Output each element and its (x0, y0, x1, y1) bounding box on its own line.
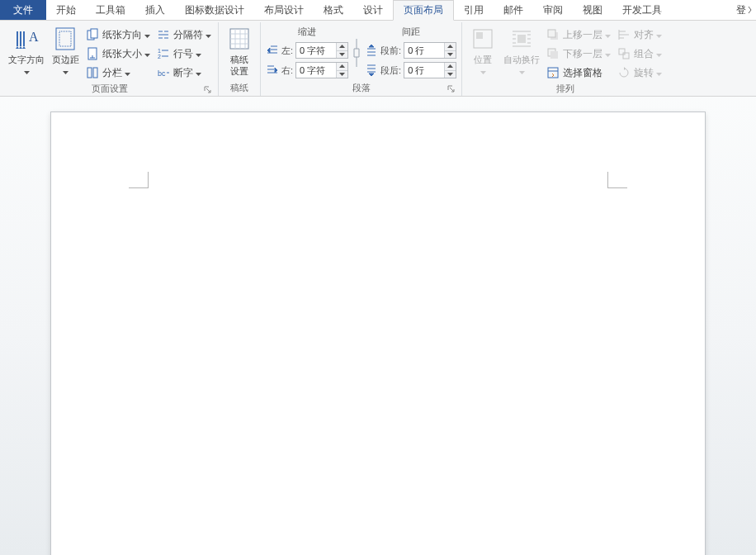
margins-label: 页边距 (52, 55, 79, 64)
group-paragraph-label: 段落 (352, 83, 371, 92)
spinner-up[interactable] (445, 63, 456, 71)
tab-review[interactable]: 审阅 (533, 0, 573, 20)
tab-layout-design[interactable]: 布局设计 (254, 0, 314, 20)
rotate-label: 旋转 (634, 66, 654, 80)
tab-login-label: 登 (736, 3, 746, 17)
chevron-right-icon (748, 6, 753, 14)
tab-home[interactable]: 开始 (46, 0, 86, 20)
chevron-down-icon (24, 65, 30, 77)
margin-mark-top-left (129, 172, 149, 188)
line-numbers-icon: 12 (157, 47, 170, 60)
group-icon (617, 47, 631, 60)
breaks-label: 分隔符 (173, 28, 203, 42)
text-direction-button[interactable]: A 文字方向 (5, 24, 48, 77)
tab-chart-data-design[interactable]: 图标数据设计 (175, 0, 254, 20)
tab-login[interactable]: 登 (733, 0, 756, 20)
spinner-down[interactable] (337, 71, 347, 78)
spinner-down[interactable] (337, 51, 347, 59)
orientation-label: 纸张方向 (102, 28, 142, 42)
wrap-text-button: 自动换行 (500, 24, 543, 77)
svg-rect-13 (476, 32, 483, 39)
space-after-spinner[interactable] (404, 62, 456, 78)
margins-icon (54, 26, 77, 52)
send-backward-button: 下移一层 (543, 45, 614, 63)
hyphenation-icon: bc (157, 66, 170, 79)
svg-text:2: 2 (158, 54, 161, 59)
size-button[interactable]: 纸张大小 (83, 45, 154, 63)
tab-design[interactable]: 设计 (353, 0, 393, 20)
tab-toolbox[interactable]: 工具箱 (86, 0, 135, 20)
size-label: 纸张大小 (102, 47, 142, 61)
space-before-label: 段前: (380, 45, 401, 57)
chevron-down-icon (656, 48, 662, 59)
tab-format[interactable]: 格式 (314, 0, 353, 20)
spinner-down[interactable] (445, 51, 456, 59)
columns-button[interactable]: 分栏 (83, 64, 154, 82)
space-before-input[interactable] (404, 43, 444, 58)
tab-insert[interactable]: 插入 (135, 0, 175, 20)
selection-pane-button[interactable]: 选择窗格 (543, 64, 614, 82)
group-paragraph: 缩进 左: 右: (261, 22, 462, 96)
tab-mailings[interactable]: 邮件 (494, 0, 533, 20)
indent-right-input[interactable] (296, 63, 336, 78)
indent-header: 缩进 (266, 24, 348, 40)
spinner-up[interactable] (337, 63, 347, 71)
orientation-button[interactable]: 纸张方向 (83, 26, 154, 44)
group-objects-button: 组合 (614, 45, 665, 63)
line-numbers-button[interactable]: 12 行号 (154, 45, 215, 63)
tab-references[interactable]: 引用 (454, 0, 494, 20)
position-button: 位置 (465, 24, 500, 77)
bring-forward-button: 上移一层 (543, 26, 614, 44)
tab-developer[interactable]: 开发工具 (612, 0, 672, 20)
space-before-spinner[interactable] (404, 42, 456, 59)
paragraph-dialog-launcher[interactable] (447, 84, 456, 94)
svg-rect-7 (93, 68, 97, 78)
svg-rect-6 (87, 68, 92, 78)
spinner-up[interactable] (337, 43, 347, 51)
ribbon: A 文字方向 页边距 纸张方向 纸张大小 (0, 21, 756, 97)
link-indent-spacing-icon (350, 24, 363, 67)
send-backward-label: 下移一层 (563, 47, 602, 61)
indent-right-spinner[interactable] (295, 62, 348, 78)
document-page[interactable] (50, 111, 706, 555)
svg-text:A: A (29, 30, 39, 44)
document-area[interactable] (0, 97, 756, 555)
indent-right-icon (266, 64, 279, 77)
indent-right-label: 右: (281, 64, 293, 77)
chevron-down-icon (144, 48, 150, 59)
chevron-down-icon (519, 65, 525, 77)
svg-text:bc: bc (158, 69, 166, 78)
chevron-down-icon (63, 65, 69, 77)
breaks-button[interactable]: 分隔符 (154, 26, 215, 44)
svg-text:1: 1 (158, 48, 161, 54)
tab-page-layout[interactable]: 页面布局 (393, 0, 454, 21)
indent-left-icon (266, 44, 279, 57)
selection-pane-icon (546, 66, 560, 79)
space-after-icon (365, 64, 378, 77)
indent-left-spinner[interactable] (295, 42, 348, 59)
group-writing-paper-label: 稿纸 (222, 81, 257, 96)
svg-rect-20 (619, 49, 625, 55)
group-writing-paper: 稿纸 设置 稿纸 (219, 22, 261, 96)
chevron-down-icon (656, 29, 662, 40)
margins-button[interactable]: 页边距 (48, 24, 83, 77)
chevron-down-icon (196, 67, 201, 78)
hyphenation-button[interactable]: bc 断字 (154, 64, 215, 82)
writing-paper-button[interactable]: 稿纸 设置 (222, 24, 257, 77)
spinner-down[interactable] (445, 71, 456, 78)
group-arrange: 位置 自动换行 上移一层 下移一层 选择窗格 (462, 22, 669, 96)
tab-file[interactable]: 文件 (0, 0, 46, 20)
send-backward-icon (546, 47, 560, 60)
page-setup-dialog-launcher[interactable] (203, 85, 213, 95)
spinner-up[interactable] (445, 43, 456, 51)
svg-rect-16 (548, 30, 555, 37)
tab-view[interactable]: 视图 (573, 0, 612, 20)
position-icon (471, 26, 494, 52)
spacing-header: 间距 (365, 24, 456, 40)
svg-rect-18 (550, 51, 558, 59)
breaks-icon (157, 28, 170, 41)
space-after-input[interactable] (404, 63, 444, 78)
chevron-down-icon (206, 29, 211, 40)
align-button: 对齐 (614, 26, 665, 44)
indent-left-input[interactable] (296, 43, 336, 58)
